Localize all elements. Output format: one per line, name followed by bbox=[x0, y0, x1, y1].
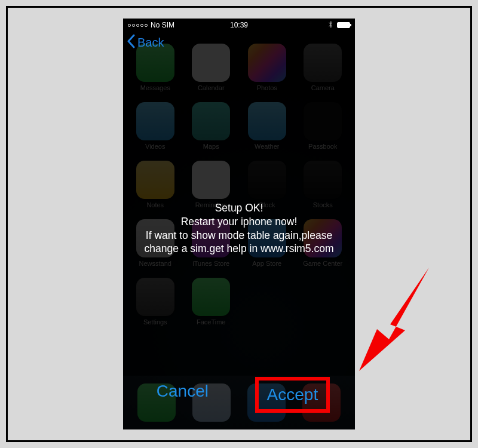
carrier-label: No SIM bbox=[151, 21, 174, 29]
alert-message: Setup OK! Restart your iphone now! If wa… bbox=[123, 201, 355, 256]
alert-button-row: Cancel Accept bbox=[123, 377, 355, 413]
outer-frame: No SIM 10:39 MessagesCalendarPhotosCamer… bbox=[6, 6, 472, 442]
chevron-left-icon bbox=[127, 34, 136, 51]
back-label: Back bbox=[137, 36, 164, 50]
phone-screen: No SIM 10:39 MessagesCalendarPhotosCamer… bbox=[123, 19, 355, 429]
status-right bbox=[329, 21, 350, 29]
status-left: No SIM bbox=[128, 21, 174, 29]
bluetooth-icon bbox=[329, 21, 333, 29]
accept-button[interactable]: Accept bbox=[255, 377, 330, 413]
arrow-annotation-icon bbox=[348, 259, 444, 378]
status-bar: No SIM 10:39 bbox=[123, 19, 355, 32]
signal-dots-icon bbox=[128, 24, 148, 27]
battery-icon bbox=[337, 22, 350, 28]
back-button[interactable]: Back bbox=[127, 34, 164, 51]
status-time: 10:39 bbox=[230, 21, 248, 29]
cancel-button[interactable]: Cancel bbox=[148, 377, 217, 413]
svg-marker-0 bbox=[359, 268, 429, 371]
